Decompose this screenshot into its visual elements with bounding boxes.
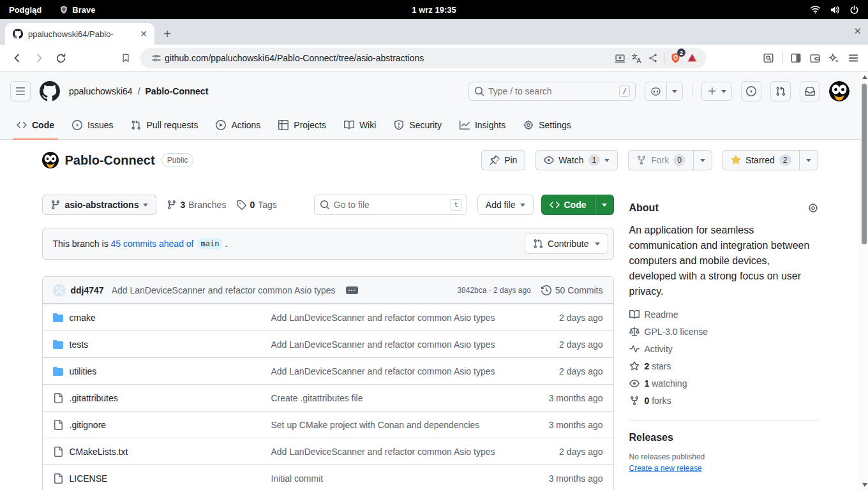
brave-shields-icon[interactable]: 2	[667, 50, 684, 66]
add-file-button[interactable]: Add file	[477, 195, 534, 215]
system-clock[interactable]: 1 wrz 19:35	[0, 5, 868, 15]
code-dropdown-button[interactable]	[595, 195, 614, 215]
browser-tab[interactable]: ppaluchowski64/Pablo- ✕	[5, 23, 154, 45]
repo-title[interactable]: Pablo-Connect	[65, 153, 155, 168]
go-to-file-search[interactable]: t	[314, 195, 467, 215]
tab-settings[interactable]: Settings	[514, 110, 580, 139]
commit-author[interactable]: ddj4747	[71, 285, 104, 295]
copilot-dropdown[interactable]	[666, 82, 682, 100]
global-search[interactable]: /	[468, 82, 636, 101]
tab-wiki[interactable]: Wiki	[335, 110, 385, 139]
go-to-file-input[interactable]	[334, 200, 447, 210]
address-bar[interactable]: 2	[140, 48, 707, 68]
scrollbar-up-arrow[interactable]	[862, 75, 867, 79]
tab-pull-requests[interactable]: Pull requests	[122, 110, 207, 139]
brave-rewards-icon[interactable]	[684, 50, 700, 66]
file-name[interactable]: cmake	[70, 313, 96, 323]
license-link[interactable]: GPL-3.0 license	[629, 327, 818, 337]
breadcrumb-owner[interactable]: ppaluchowski64	[69, 86, 133, 96]
branch-selector[interactable]: asio-abstractions	[42, 195, 157, 215]
site-settings-icon[interactable]	[148, 50, 165, 66]
fork-dropdown-button[interactable]	[694, 150, 712, 170]
wallet-icon[interactable]	[807, 50, 823, 66]
table-row[interactable]: cmake Add LanDeviceScanner and refactor …	[43, 304, 613, 330]
star-dropdown-button[interactable]	[800, 150, 818, 170]
copilot-icon[interactable]	[645, 82, 666, 100]
file-commit-message[interactable]: Initial commit	[271, 473, 518, 484]
table-row[interactable]: utilities Add LanDeviceScanner and refac…	[43, 357, 613, 384]
file-commit-message[interactable]: Add LanDeviceScanner and refactor common…	[271, 366, 518, 376]
tab-projects[interactable]: Projects	[269, 110, 335, 139]
file-name[interactable]: CMakeLists.txt	[70, 447, 128, 457]
table-row[interactable]: .gitignore Set up CMake project with Con…	[43, 411, 613, 438]
watching-link[interactable]: 1 watching	[629, 378, 818, 389]
activity-link[interactable]: Activity	[629, 344, 818, 354]
sidebar-toggle-icon[interactable]	[788, 50, 804, 66]
commit-author-avatar[interactable]	[53, 284, 66, 297]
starred-button[interactable]: Starred 2	[722, 150, 800, 170]
share-icon[interactable]	[645, 50, 661, 66]
tab-insights[interactable]: Insights	[451, 110, 514, 139]
edit-about-gear-icon[interactable]	[808, 203, 818, 213]
tabstrip-close-icon[interactable]: ✕	[853, 26, 862, 37]
file-name[interactable]: LICENSE	[70, 473, 108, 484]
browser-menu-icon[interactable]	[845, 50, 862, 66]
table-row[interactable]: .gitattributes Create .gitattributes fil…	[43, 384, 613, 411]
repo-owner-avatar[interactable]	[42, 152, 59, 168]
create-new-button[interactable]	[701, 82, 732, 101]
forks-link[interactable]: 0 forks	[629, 396, 818, 406]
copilot-button[interactable]	[645, 82, 683, 101]
table-row[interactable]: tests Add LanDeviceScanner and refactor …	[43, 330, 613, 357]
file-commit-message[interactable]: Add LanDeviceScanner and refactor common…	[271, 339, 518, 350]
issues-header-button[interactable]	[741, 81, 761, 101]
commit-message[interactable]: Add LanDeviceScanner and refactor common…	[112, 285, 336, 295]
tab-security[interactable]: Security	[385, 110, 451, 139]
file-name[interactable]: .gitattributes	[70, 393, 118, 403]
commit-ellipsis-button[interactable]	[346, 286, 358, 294]
search-tabs-icon[interactable]	[760, 50, 777, 66]
url-input[interactable]	[165, 53, 611, 63]
scrollbar-down-arrow[interactable]	[862, 483, 867, 487]
file-commit-message[interactable]: Add LanDeviceScanner and refactor common…	[271, 313, 518, 323]
file-commit-message[interactable]: Set up CMake project with Conan and depe…	[271, 420, 518, 430]
contribute-button[interactable]: Contribute	[525, 234, 608, 254]
bookmark-icon[interactable]	[121, 53, 130, 63]
table-row[interactable]: CMakeLists.txt Add LanDeviceScanner and …	[43, 438, 613, 464]
send-to-device-icon[interactable]	[611, 50, 628, 66]
file-name[interactable]: tests	[70, 339, 89, 350]
table-row[interactable]: LICENSE Initial commit 3 months ago	[43, 464, 613, 490]
file-commit-message[interactable]: Add LanDeviceScanner and refactor common…	[271, 447, 518, 457]
commit-history-link[interactable]: 50 Commits	[541, 285, 603, 295]
commits-ahead-link[interactable]: 45 commits ahead of	[111, 239, 194, 249]
file-commit-message[interactable]: Create .gitattributes file	[271, 393, 518, 403]
tab-issues[interactable]: Issues	[63, 110, 122, 139]
back-button[interactable]	[8, 49, 26, 67]
code-button[interactable]: Code	[541, 195, 595, 215]
commit-sha-time[interactable]: 3842bca · 2 days ago	[457, 286, 530, 295]
create-release-link[interactable]: Create a new release	[629, 464, 702, 473]
tab-code[interactable]: Code	[8, 110, 63, 139]
main-branch-chip[interactable]: main	[198, 238, 223, 249]
scrollbar-thumb[interactable]	[862, 84, 867, 244]
fork-button[interactable]: Fork 0	[628, 150, 694, 170]
new-tab-button[interactable]: +	[158, 25, 176, 43]
inbox-button[interactable]	[800, 81, 820, 101]
forward-button[interactable]	[30, 49, 48, 67]
reload-button[interactable]	[52, 49, 70, 67]
global-nav-menu-button[interactable]	[10, 81, 31, 101]
stars-link[interactable]: 2 stars	[629, 361, 818, 371]
plus-icon[interactable]	[702, 82, 731, 100]
pull-requests-header-button[interactable]	[770, 81, 791, 101]
pin-button[interactable]: Pin	[481, 150, 525, 170]
file-name[interactable]: .gitignore	[70, 420, 107, 430]
user-avatar[interactable]	[829, 81, 849, 101]
global-search-input[interactable]	[488, 86, 615, 96]
page-scrollbar[interactable]	[860, 72, 868, 490]
translate-icon[interactable]	[628, 50, 645, 66]
breadcrumb-repo[interactable]: Pablo-Connect	[146, 86, 209, 96]
tab-close-icon[interactable]: ✕	[138, 28, 149, 40]
tags-link[interactable]: 0 Tags	[236, 200, 276, 210]
file-name[interactable]: utilities	[70, 366, 97, 376]
leo-ai-icon[interactable]	[826, 50, 842, 66]
tab-actions[interactable]: Actions	[207, 110, 269, 139]
